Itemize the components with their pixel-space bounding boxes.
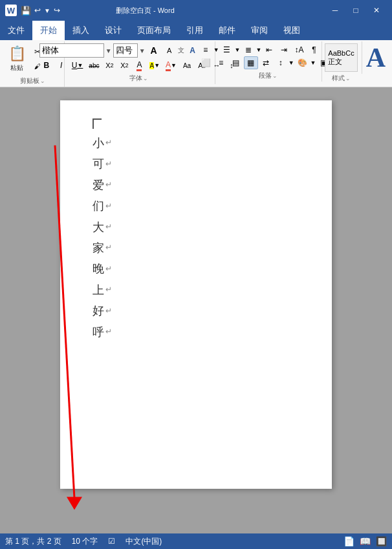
line-spacing-dropdown-icon[interactable]: ▼ xyxy=(289,60,294,66)
font-size-input[interactable] xyxy=(113,43,138,58)
save-icon[interactable]: 💾 xyxy=(21,6,31,16)
para-mark-1: ↵ xyxy=(105,136,112,150)
paste-icon: 📋 xyxy=(8,45,26,62)
font-color-dropdown-icon[interactable]: ▼ xyxy=(171,62,177,69)
menu-view[interactable]: 视图 xyxy=(276,21,308,40)
font-dropdown-icon[interactable]: ▼ xyxy=(105,47,112,54)
italic-button[interactable]: I xyxy=(54,59,69,72)
highlight-dropdown-icon[interactable]: ▼ xyxy=(154,62,160,69)
menu-references[interactable]: 引用 xyxy=(179,21,211,40)
font-size-dropdown-icon[interactable]: ▼ xyxy=(139,47,146,54)
menu-design[interactable]: 设计 xyxy=(97,21,129,40)
bullet-dropdown-icon[interactable]: ▼ xyxy=(213,47,219,53)
indent-increase-button[interactable]: ⇥ xyxy=(277,43,291,56)
styles-expand-icon[interactable]: ⌄ xyxy=(345,75,351,82)
subscript-button[interactable]: X2 xyxy=(102,59,116,72)
align-center-button[interactable]: ≡ xyxy=(214,56,228,69)
char-hao: 好 xyxy=(93,300,104,321)
superscript-button[interactable]: X2 xyxy=(117,59,131,72)
para-mark-8: ↵ xyxy=(105,283,112,297)
strikethrough-button[interactable]: abc xyxy=(86,59,102,72)
para-mark-9: ↵ xyxy=(105,304,112,319)
menu-layout[interactable]: 页面布局 xyxy=(129,21,179,40)
doc-line-2: 可 ↵ xyxy=(93,153,299,174)
close-button[interactable]: ✕ xyxy=(366,0,387,21)
menu-mailings[interactable]: 邮件 xyxy=(211,21,243,40)
align-row: ⬜ ≡ ▤ ▦ ⇄ ↕ ▼ 🎨 ▼ ▣ ▼ xyxy=(199,56,338,69)
font-expand-icon[interactable]: ⌄ xyxy=(143,75,148,82)
window-title: 删除空白页 - Word xyxy=(116,6,175,16)
bold-button[interactable]: B xyxy=(39,59,54,72)
number-list-button[interactable]: ☰ xyxy=(220,43,234,56)
minimize-button[interactable]: ─ xyxy=(325,0,345,21)
doc-line-9: 好 ↵ xyxy=(93,300,299,321)
page-count[interactable]: 第 1 页，共 2 页 xyxy=(5,536,61,547)
clear-format-button[interactable]: A xyxy=(186,44,200,57)
maximize-button[interactable]: □ xyxy=(345,0,366,21)
sort-button[interactable]: ↕A xyxy=(292,43,306,56)
redo-icon[interactable]: ↪ xyxy=(54,6,60,15)
paste-button[interactable]: 📋 粘贴 xyxy=(5,43,28,74)
doc-line-4: 们 ↵ xyxy=(93,196,299,216)
undo-icon[interactable]: ↩ xyxy=(34,6,41,15)
word-count[interactable]: 10 个字 xyxy=(72,536,98,547)
text-direction-button[interactable]: ⇄ xyxy=(259,56,273,69)
para-mark-2: ↵ xyxy=(105,157,112,172)
menu-insert[interactable]: 插入 xyxy=(65,21,97,40)
paragraph-expand-icon[interactable]: ⌄ xyxy=(272,73,278,79)
quick-access-toolbar: 💾 ↩ ▼ ↪ xyxy=(21,6,60,16)
view-read-icon[interactable]: 📖 xyxy=(360,536,371,546)
decrease-font-button[interactable]: A xyxy=(162,44,177,57)
view-print-icon[interactable]: 📄 xyxy=(343,536,354,546)
styles-gallery[interactable]: AaBbCc 正文 xyxy=(325,43,357,72)
char-ai: 爱 xyxy=(93,175,104,196)
multilevel-list-button[interactable]: ≣ xyxy=(241,43,256,56)
menu-file[interactable]: 文件 xyxy=(0,21,32,40)
menu-home[interactable]: 开始 xyxy=(32,21,65,40)
justify-button[interactable]: ▦ xyxy=(244,56,258,69)
styles-label: 样式 ⌄ xyxy=(325,74,357,84)
underline-button[interactable]: U ▼ xyxy=(69,59,86,72)
increase-font-button[interactable]: A xyxy=(147,44,161,57)
char-ke: 可 xyxy=(93,153,104,174)
title-bar-left: W 💾 ↩ ▼ ↪ 删除空白页 - Word xyxy=(5,5,175,16)
line-spacing-button[interactable]: ↕ xyxy=(274,56,288,69)
shading-button[interactable]: 🎨 xyxy=(295,56,310,69)
underline-dropdown-icon[interactable]: ▼ xyxy=(77,62,83,69)
font-color-button[interactable]: A ▼ xyxy=(163,59,179,72)
align-right-button[interactable]: ▤ xyxy=(229,56,243,69)
big-a-area: A xyxy=(362,41,389,74)
bullet-list-button[interactable]: ≡ xyxy=(199,43,213,56)
para-mark-7: ↵ xyxy=(105,262,112,276)
font-name-input[interactable] xyxy=(39,43,104,58)
doc-line-8: 上 ↵ xyxy=(93,280,299,300)
doc-line-3: 爱 ↵ xyxy=(93,175,299,196)
indent-decrease-button[interactable]: ⇤ xyxy=(262,43,276,56)
highlight-button[interactable]: A ▼ xyxy=(147,59,162,72)
clipboard-expand-icon[interactable]: ⌄ xyxy=(40,78,45,84)
proofing-status[interactable]: ☑ xyxy=(108,537,115,546)
doc-line-6: 家 ↵ xyxy=(93,238,299,258)
para-mark-10: ↵ xyxy=(105,325,112,339)
doc-line-7: 晚 ↵ xyxy=(93,258,299,279)
document-area[interactable]: 小 ↵ 可 ↵ 爱 ↵ 们 ↵ 大 ↵ 家 ↵ 晚 ↵ 上 ↵ xyxy=(0,87,392,533)
align-left-button[interactable]: ⬜ xyxy=(199,56,213,69)
view-web-icon[interactable]: 🔲 xyxy=(376,536,387,546)
show-marks-button[interactable]: ¶ xyxy=(307,43,321,56)
multilevel-dropdown-icon[interactable]: ▼ xyxy=(256,47,262,53)
undo-dropdown-icon[interactable]: ▼ xyxy=(44,7,50,14)
word-app-icon: W xyxy=(5,5,17,16)
clipboard-label: 剪贴板 ⌄ xyxy=(5,76,60,87)
number-dropdown-icon[interactable]: ▼ xyxy=(235,47,241,53)
paragraph-group: ≡ ▼ ☰ ▼ ≣ ▼ ⇤ ⇥ ↕A ¶ ⬜ ≡ ▤ ▦ ⇄ ↕ xyxy=(215,41,323,82)
menu-bar: 文件 开始 插入 设计 页面布局 引用 邮件 审阅 视图 xyxy=(0,21,392,40)
shading-dropdown-icon[interactable]: ▼ xyxy=(310,60,316,66)
text-color-button[interactable]: A xyxy=(132,59,146,72)
paragraph-label: 段落 ⌄ xyxy=(218,71,318,82)
ribbon: 📋 粘贴 ✂ ⧉ 🖌 剪贴板 ⌄ xyxy=(0,40,392,87)
char-men: 们 xyxy=(93,196,104,216)
language-status[interactable]: 中文(中国) xyxy=(125,536,162,547)
char-wan: 晚 xyxy=(93,258,104,279)
case-button[interactable]: Aa xyxy=(180,59,194,72)
menu-review[interactable]: 审阅 xyxy=(243,21,276,40)
